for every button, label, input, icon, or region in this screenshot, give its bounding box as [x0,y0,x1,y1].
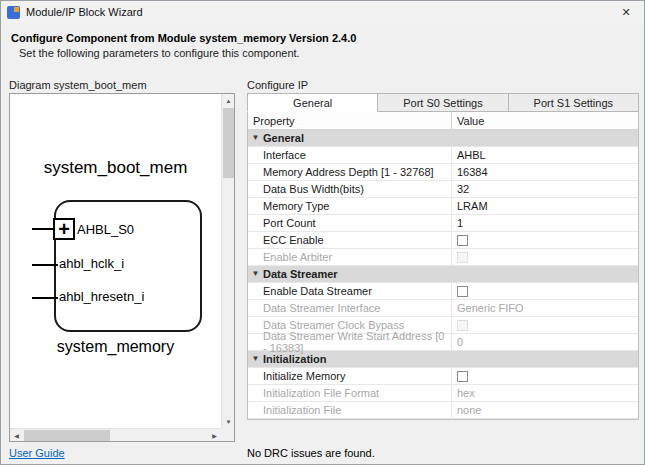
property-row: Initialization Filenone [248,402,638,419]
property-cell: Memory Address Depth [1 - 32768] [248,164,452,180]
property-row: Enable Data Streamer [248,283,638,300]
port-line [32,297,58,299]
property-cell: Initialization File [248,402,452,418]
property-cell: Initialize Memory [248,368,452,384]
checkbox [457,320,468,331]
port-label-ahbl-hclk-i: ahbl_hclk_i [59,256,124,271]
app-icon [7,6,20,19]
property-cell: Interface [248,147,452,163]
property-cell: Memory Type [248,198,452,214]
property-cell: Enable Data Streamer [248,283,452,299]
value-cell[interactable]: 32 [452,181,638,197]
property-table-body: ▼GeneralInterfaceAHBLMemory Address Dept… [248,130,638,419]
property-row: Memory TypeLRAM [248,198,638,215]
value-cell [452,368,638,384]
property-cell: Data Bus Width(bits) [248,181,452,197]
title-bar: Module/IP Block Wizard ✕ [1,1,644,23]
port-line [32,264,58,266]
property-row: Initialize Memory [248,368,638,385]
instance-name: system_boot_mem [10,158,221,178]
port-label-ahbl-s0: AHBL_S0 [77,222,134,237]
checkbox [457,252,468,263]
tab-port-s0-settings[interactable]: Port S0 Settings [378,93,508,112]
value-cell[interactable]: AHBL [452,147,638,163]
property-table: Property Value ▼GeneralInterfaceAHBLMemo… [247,112,639,420]
table-header-row: Property Value [248,112,638,130]
section-label: Initialization [263,353,327,365]
tab-general[interactable]: General [247,93,378,112]
checkbox[interactable] [457,235,468,246]
checkbox[interactable] [457,286,468,297]
diagram-canvas: system_boot_mem + AHBL_S0 ahbl_hclk_i ah… [10,94,221,428]
value-cell[interactable]: 1 [452,215,638,231]
property-row: Data Streamer InterfaceGeneric FIFO [248,300,638,317]
property-cell: Data Streamer Interface [248,300,452,316]
dialog-subtitle: Set the following parameters to configur… [19,47,300,59]
expand-icon[interactable]: + [53,218,75,240]
value-cell [452,283,638,299]
value-cell [452,317,638,333]
port-label-ahbl-hresetn-i: ahbl_hresetn_i [59,289,144,304]
scroll-up-icon[interactable]: ▲ [222,94,235,107]
section-label: General [263,132,304,144]
property-row: Data Bus Width(bits)32 [248,181,638,198]
module-name: system_memory [10,338,221,356]
value-cell: none [452,402,638,418]
collapse-triangle-icon[interactable]: ▼ [248,270,263,278]
horizontal-scrollbar[interactable]: ◀ ▶ [10,428,221,441]
property-row: Initialization File Formathex [248,385,638,402]
vertical-scrollbar-thumb[interactable] [223,108,234,178]
property-cell: Enable Arbiter [248,249,452,265]
property-cell: Port Count [248,215,452,231]
collapse-triangle-icon[interactable]: ▼ [248,134,263,142]
checkbox[interactable] [457,371,468,382]
configure-ip-label: Configure IP [247,79,308,91]
section-label: Data Streamer [263,268,338,280]
tab-bar: GeneralPort S0 SettingsPort S1 Settings [247,93,639,112]
column-header-value: Value [452,112,638,129]
drc-status-text: No DRC issues are found. [247,447,375,459]
property-cell: Data Streamer Write Start Address [0 - 1… [248,334,452,350]
scroll-left-icon[interactable]: ◀ [10,429,23,442]
tab-port-s1-settings[interactable]: Port S1 Settings [509,93,639,112]
collapse-triangle-icon[interactable]: ▼ [248,355,263,363]
diagram-panel: system_boot_mem + AHBL_S0 ahbl_hclk_i ah… [9,93,235,442]
property-row: Port Count1 [248,215,638,232]
scrollbar-corner [221,428,234,441]
value-cell [452,232,638,248]
dialog-title: Configure Component from Module system_m… [11,32,356,44]
value-cell: 0 [452,334,638,350]
close-icon[interactable]: ✕ [608,1,644,23]
property-row: Memory Address Depth [1 - 32768]16384 [248,164,638,181]
scroll-right-icon[interactable]: ▶ [208,429,221,442]
diagram-label: Diagram system_boot_mem [9,79,147,91]
module-ip-block-wizard-window: Module/IP Block Wizard ✕ Configure Compo… [0,0,645,465]
section-row[interactable]: ▼General [248,130,638,147]
window-title: Module/IP Block Wizard [26,6,143,18]
value-cell: hex [452,385,638,401]
property-row: Data Streamer Write Start Address [0 - 1… [248,334,638,351]
value-cell[interactable]: LRAM [452,198,638,214]
user-guide-link[interactable]: User Guide [9,447,65,459]
property-cell: ECC Enable [248,232,452,248]
horizontal-scrollbar-thumb[interactable] [24,430,110,441]
value-cell [452,249,638,265]
port-line [32,228,54,230]
property-cell: Initialization File Format [248,385,452,401]
section-row[interactable]: ▼Data Streamer [248,266,638,283]
column-header-property: Property [248,112,452,129]
property-row: Enable Arbiter [248,249,638,266]
value-cell: Generic FIFO [452,300,638,316]
property-row: ECC Enable [248,232,638,249]
scroll-down-icon[interactable]: ▼ [222,415,235,428]
vertical-scrollbar[interactable]: ▲ ▼ [221,94,234,428]
property-row: InterfaceAHBL [248,147,638,164]
value-cell[interactable]: 16384 [452,164,638,180]
